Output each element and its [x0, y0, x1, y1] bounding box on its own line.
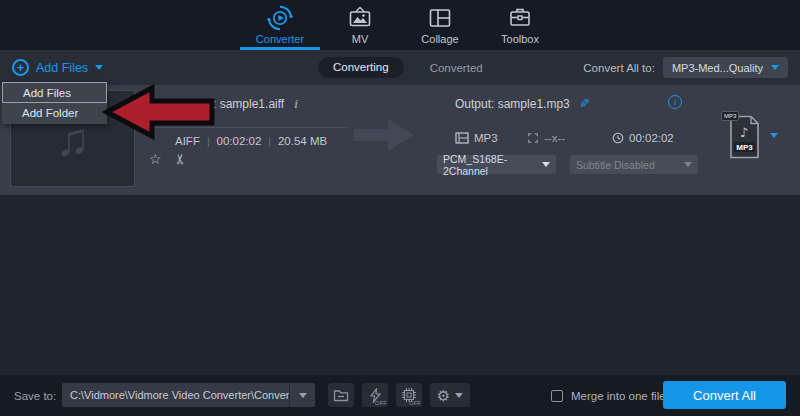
output-format-select[interactable]: MP3-Med...Quality	[663, 57, 788, 78]
merge-checkbox[interactable]	[551, 390, 563, 402]
convert-all-to-label: Convert All to:	[583, 62, 655, 74]
tab-collage[interactable]: Collage	[400, 0, 480, 50]
app-window: Converter MV Collage	[0, 0, 800, 416]
effect-star-icon[interactable]: ☆	[149, 151, 162, 167]
chevron-down-icon	[299, 393, 307, 398]
chevron-down-icon	[455, 393, 463, 398]
output-info-icon[interactable]: i	[668, 95, 682, 109]
add-files-label: Add Files	[36, 61, 88, 75]
resolution-icon	[527, 132, 539, 144]
audio-track-select[interactable]: PCM_S168E-2Channel	[437, 155, 556, 174]
save-path-caret[interactable]	[289, 383, 315, 407]
merge-group: Merge into one file	[551, 375, 666, 416]
off-badge: OFF	[409, 400, 421, 406]
settings-button[interactable]: ⚙	[430, 383, 470, 407]
output-filename: Output: sample1.mp3	[455, 97, 570, 111]
info-icon[interactable]: i	[294, 96, 298, 112]
edit-tools: ☆ ✂	[149, 151, 185, 167]
tab-converted[interactable]: Converted	[430, 62, 483, 74]
output-line: Output: sample1.mp3 ✎	[455, 96, 590, 111]
top-nav: Converter MV Collage	[0, 0, 800, 50]
menu-item-add-folder[interactable]: Add Folder	[2, 103, 107, 124]
clock-icon	[612, 132, 624, 144]
folder-icon	[333, 388, 349, 402]
separator: |	[268, 136, 271, 147]
add-files-button[interactable]: + Add Files	[12, 50, 103, 85]
tab-converting[interactable]: Converting	[318, 57, 404, 78]
menu-item-add-files[interactable]: Add Files	[2, 82, 107, 103]
tab-toolbox-label: Toolbox	[501, 33, 539, 45]
chevron-down-icon	[95, 65, 103, 70]
format-badge: MP3	[721, 111, 739, 121]
toolbar: + Add Files Converting Converted Convert…	[0, 50, 800, 85]
convert-all-button[interactable]: Convert All	[663, 381, 786, 409]
chevron-down-icon	[684, 162, 692, 167]
bottom-bar: Save to: C:\Vidmore\Vidmore Video Conver…	[0, 375, 800, 416]
collage-icon	[427, 5, 453, 31]
tab-collage-label: Collage	[421, 33, 458, 45]
output-format-text: MP3	[474, 132, 498, 144]
save-path-value: C:\Vidmore\Vidmore Video Converter\Conve…	[62, 389, 289, 401]
output-duration-item: 00:02:02	[612, 132, 674, 144]
output-resolution-item: --x--	[527, 132, 565, 144]
hw-acceleration-button[interactable]: OFF	[362, 383, 388, 407]
merge-label: Merge into one file	[571, 390, 666, 402]
gpu-acceleration-button[interactable]: OFF	[396, 383, 422, 407]
film-icon	[455, 132, 469, 144]
source-duration: 00:02:02	[217, 135, 262, 147]
save-to-label: Save to:	[14, 375, 56, 416]
output-resolution-text: --x--	[544, 132, 565, 144]
convert-all-to-group: Convert All to: MP3-Med...Quality	[583, 50, 788, 85]
save-path-select[interactable]: C:\Vidmore\Vidmore Video Converter\Conve…	[62, 383, 315, 407]
subtitle-select[interactable]: Subtitle Disabled	[570, 155, 698, 174]
cut-scissors-icon[interactable]: ✂	[171, 153, 187, 165]
subtitle-value: Subtitle Disabled	[576, 159, 655, 171]
mv-icon	[347, 5, 373, 31]
converter-icon	[267, 5, 293, 31]
red-annotation-arrow	[102, 82, 217, 142]
audio-track-value: PCM_S168E-2Channel	[443, 153, 542, 177]
tab-converter[interactable]: Converter	[240, 0, 320, 50]
output-meta: MP3 --x-- 00:02:02	[455, 132, 680, 144]
output-fileicon[interactable]: MP3 ♪ MP3	[727, 115, 762, 159]
output-format-value: MP3-Med...Quality	[672, 62, 763, 74]
queue-tabs: Converting Converted	[318, 57, 483, 78]
format-caret-icon[interactable]	[770, 133, 778, 138]
flow-arrow-icon	[352, 115, 416, 155]
chevron-down-icon	[771, 65, 779, 70]
gear-icon: ⚙	[437, 388, 450, 403]
plus-circle-icon: +	[12, 59, 29, 76]
tab-mv[interactable]: MV	[320, 0, 400, 50]
source-size: 20.54 MB	[278, 135, 327, 147]
svg-text:MP3: MP3	[736, 143, 753, 152]
toolbox-icon	[507, 5, 533, 31]
output-duration-text: 00:02:02	[629, 132, 674, 144]
output-format-item: MP3	[455, 132, 498, 144]
tab-toolbox[interactable]: Toolbox	[480, 0, 560, 50]
edit-pencil-icon[interactable]: ✎	[579, 96, 590, 111]
svg-text:♪: ♪	[740, 125, 748, 140]
tab-converter-label: Converter	[256, 33, 304, 45]
add-files-menu: Add Files Add Folder	[2, 82, 107, 124]
tab-mv-label: MV	[352, 33, 369, 45]
chevron-down-icon	[542, 162, 550, 167]
open-folder-button[interactable]	[328, 383, 354, 407]
off-badge: OFF	[375, 400, 387, 406]
